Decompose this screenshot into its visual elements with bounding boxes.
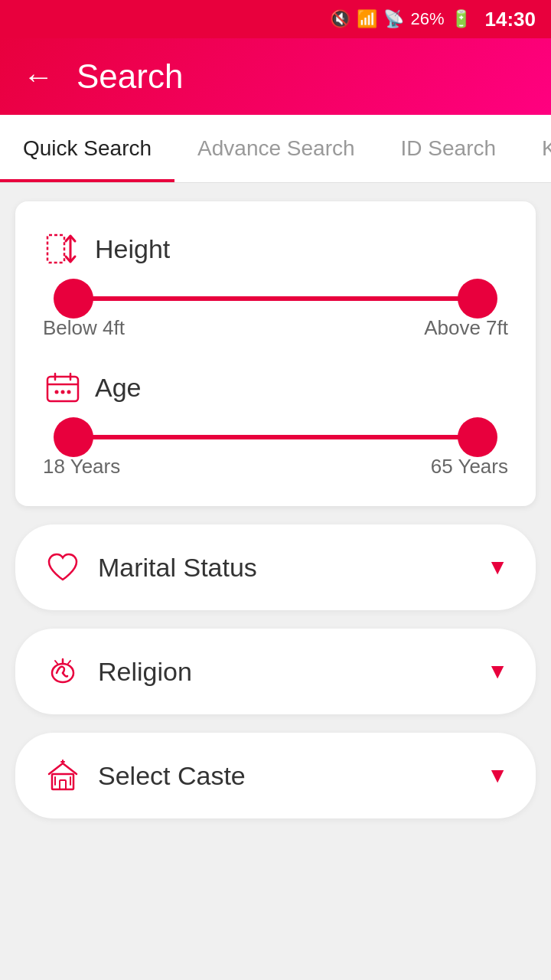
- section-divider: [43, 340, 508, 368]
- height-icon: [43, 229, 83, 269]
- marital-status-chevron: ▼: [487, 555, 508, 580]
- height-slider-thumb-max[interactable]: [458, 279, 497, 318]
- svg-rect-2: [47, 377, 78, 401]
- age-icon: [43, 368, 83, 407]
- marital-status-label: Marital Status: [98, 553, 257, 583]
- age-section-header: Age: [43, 368, 508, 407]
- signal-icon: 📡: [383, 9, 404, 29]
- svg-point-6: [55, 390, 59, 394]
- age-slider-thumb-max[interactable]: [458, 417, 497, 457]
- age-slider-thumb-min[interactable]: [54, 417, 93, 457]
- tabs-container: Quick Search Advance Search ID Search Ke…: [0, 115, 551, 183]
- tab-quick-search[interactable]: Quick Search: [0, 115, 174, 182]
- battery-icon: 🔋: [451, 9, 471, 29]
- tab-advance-search[interactable]: Advance Search: [174, 115, 377, 182]
- svg-point-8: [67, 390, 71, 394]
- age-title: Age: [95, 373, 142, 403]
- caste-label: Select Caste: [98, 761, 246, 791]
- battery-label: 26%: [410, 9, 444, 29]
- svg-line-11: [55, 661, 58, 665]
- age-slider-track: [73, 435, 478, 439]
- age-max-label: 65 Years: [431, 455, 508, 479]
- svg-point-7: [61, 390, 65, 394]
- mute-icon: 🔇: [330, 9, 350, 29]
- back-button[interactable]: ←: [23, 60, 54, 94]
- marital-status-dropdown[interactable]: Marital Status ▼: [15, 524, 536, 610]
- caste-chevron: ▼: [487, 763, 508, 788]
- main-content: Height Below 4ft Above 7ft: [0, 183, 551, 855]
- height-title: Height: [95, 234, 170, 264]
- svg-rect-14: [60, 780, 66, 789]
- religion-dropdown[interactable]: Religion ▼: [15, 629, 536, 714]
- height-age-card: Height Below 4ft Above 7ft: [15, 201, 536, 506]
- page-title: Search: [77, 57, 183, 96]
- status-bar: 🔇 📶 📡 26% 🔋 14:30: [0, 0, 551, 38]
- age-slider[interactable]: [43, 435, 508, 439]
- caste-icon: [43, 756, 83, 795]
- height-max-label: Above 7ft: [424, 316, 508, 340]
- status-icons: 🔇 📶 📡 26% 🔋 14:30: [330, 8, 536, 31]
- status-time: 14:30: [485, 8, 536, 31]
- svg-rect-0: [47, 235, 64, 263]
- header: ← Search: [0, 38, 551, 115]
- caste-dropdown[interactable]: Select Caste ▼: [15, 733, 536, 818]
- age-min-label: 18 Years: [43, 455, 120, 479]
- height-slider[interactable]: [43, 296, 508, 301]
- religion-label: Religion: [98, 657, 192, 687]
- wifi-icon: 📶: [357, 9, 377, 29]
- tab-id-search[interactable]: ID Search: [378, 115, 520, 182]
- height-slider-track: [73, 296, 478, 301]
- religion-chevron: ▼: [487, 659, 508, 684]
- height-slider-labels: Below 4ft Above 7ft: [43, 316, 508, 340]
- height-slider-thumb-min[interactable]: [54, 279, 93, 318]
- height-min-label: Below 4ft: [43, 316, 125, 340]
- age-slider-labels: 18 Years 65 Years: [43, 455, 508, 479]
- religion-icon: [43, 652, 83, 691]
- marital-status-icon: [43, 547, 83, 587]
- tab-keyword-search[interactable]: Keyw...: [519, 115, 551, 182]
- height-section-header: Height: [43, 229, 508, 269]
- svg-line-12: [67, 661, 70, 665]
